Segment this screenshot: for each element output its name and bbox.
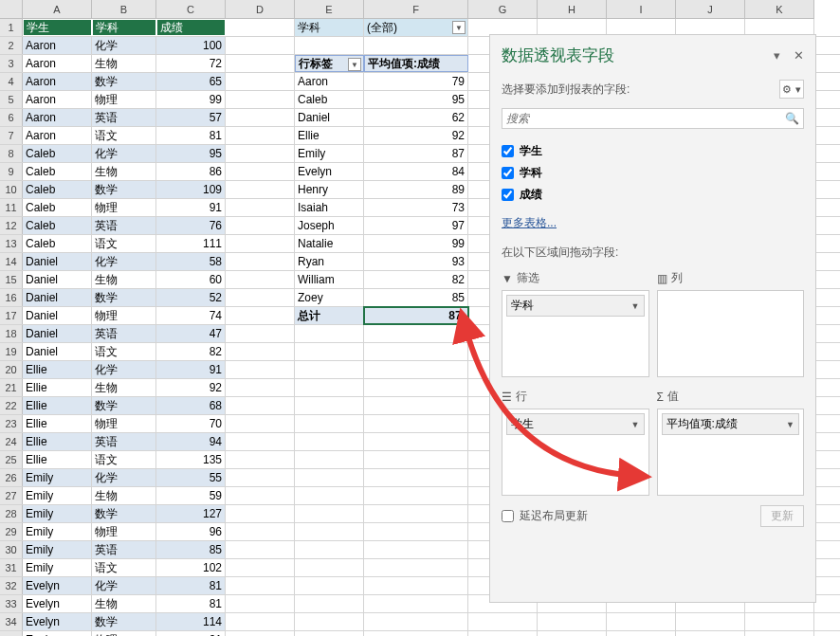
row-header[interactable]: 15 bbox=[0, 271, 23, 288]
cell[interactable]: 68 bbox=[156, 397, 226, 414]
cell[interactable] bbox=[226, 163, 295, 180]
cell[interactable] bbox=[226, 397, 295, 414]
cell[interactable]: Emily bbox=[295, 145, 364, 162]
cell[interactable] bbox=[364, 415, 468, 432]
cell[interactable] bbox=[468, 613, 538, 630]
cell[interactable]: Daniel bbox=[23, 253, 92, 270]
cell[interactable]: 55 bbox=[156, 469, 226, 486]
cell[interactable]: 81 bbox=[156, 127, 226, 144]
cell[interactable]: 物理 bbox=[92, 91, 156, 108]
dropdown-icon[interactable]: ▼ bbox=[348, 58, 361, 71]
cell[interactable]: 97 bbox=[364, 217, 468, 234]
col-header-j[interactable]: J bbox=[676, 0, 745, 19]
cell[interactable]: 语文 bbox=[92, 235, 156, 252]
cell[interactable]: 92 bbox=[364, 127, 468, 144]
cell[interactable] bbox=[226, 379, 295, 396]
cell[interactable] bbox=[364, 397, 468, 414]
cell[interactable]: Emily bbox=[23, 541, 92, 558]
cell[interactable]: William bbox=[295, 271, 364, 288]
row-header[interactable]: 9 bbox=[0, 163, 23, 180]
col-header-a[interactable]: A bbox=[23, 0, 92, 19]
cell[interactable] bbox=[226, 253, 295, 270]
cell[interactable] bbox=[226, 559, 295, 576]
cell[interactable]: 52 bbox=[156, 289, 226, 306]
rows-area-item[interactable]: 学生▼ bbox=[506, 413, 645, 435]
cell[interactable]: 76 bbox=[156, 217, 226, 234]
cell[interactable] bbox=[226, 19, 295, 36]
cell[interactable]: 平均值项:成绩 bbox=[364, 55, 468, 72]
cell[interactable]: 91 bbox=[156, 199, 226, 216]
cell[interactable]: Aaron bbox=[23, 55, 92, 72]
cell[interactable]: 96 bbox=[156, 523, 226, 540]
row-header[interactable]: 4 bbox=[0, 73, 23, 90]
cell[interactable]: 111 bbox=[156, 235, 226, 252]
cell[interactable] bbox=[226, 91, 295, 108]
cell[interactable] bbox=[226, 577, 295, 594]
cell[interactable] bbox=[295, 505, 364, 522]
values-area[interactable]: 平均值项:成绩▼ bbox=[657, 409, 805, 496]
col-header-h[interactable]: H bbox=[538, 0, 607, 19]
cell[interactable]: 82 bbox=[156, 343, 226, 360]
cell[interactable]: Emily bbox=[23, 559, 92, 576]
col-header-d[interactable]: D bbox=[226, 0, 295, 19]
chevron-down-icon[interactable]: ▾ bbox=[774, 48, 780, 63]
cell[interactable]: Ryan bbox=[295, 253, 364, 270]
cell[interactable] bbox=[364, 361, 468, 378]
cell[interactable]: 化学 bbox=[92, 145, 156, 162]
cell[interactable]: 93 bbox=[364, 253, 468, 270]
cell[interactable] bbox=[226, 595, 295, 612]
col-header-c[interactable]: C bbox=[156, 0, 226, 19]
row-header[interactable]: 26 bbox=[0, 469, 23, 486]
cell[interactable] bbox=[364, 343, 468, 360]
row-header[interactable]: 20 bbox=[0, 361, 23, 378]
row-header[interactable]: 6 bbox=[0, 109, 23, 126]
cell[interactable]: (全部)▼ bbox=[364, 19, 468, 36]
cell[interactable]: 数学 bbox=[92, 613, 156, 630]
cell[interactable] bbox=[226, 343, 295, 360]
row-header[interactable]: 30 bbox=[0, 541, 23, 558]
cell[interactable]: Emily bbox=[23, 469, 92, 486]
cell[interactable]: 数学 bbox=[92, 73, 156, 90]
values-area-item[interactable]: 平均值项:成绩▼ bbox=[662, 413, 800, 435]
row-header[interactable]: 1 bbox=[0, 19, 23, 36]
row-header[interactable]: 19 bbox=[0, 343, 23, 360]
row-header[interactable]: 29 bbox=[0, 523, 23, 540]
cell[interactable] bbox=[295, 595, 364, 612]
cell[interactable]: 生物 bbox=[92, 163, 156, 180]
cell[interactable] bbox=[226, 505, 295, 522]
cell[interactable]: Caleb bbox=[23, 181, 92, 198]
cell[interactable]: Emily bbox=[23, 487, 92, 504]
cell[interactable]: 99 bbox=[156, 91, 226, 108]
cell[interactable]: 生物 bbox=[92, 379, 156, 396]
cell[interactable]: Daniel bbox=[23, 307, 92, 324]
cell[interactable] bbox=[364, 577, 468, 594]
cell[interactable] bbox=[295, 37, 364, 54]
cell[interactable] bbox=[364, 433, 468, 450]
row-header[interactable]: 35 bbox=[0, 631, 23, 636]
row-header[interactable]: 3 bbox=[0, 55, 23, 72]
gear-icon[interactable]: ⚙ ▾ bbox=[779, 80, 804, 99]
cell[interactable]: 86 bbox=[156, 163, 226, 180]
cell[interactable] bbox=[364, 523, 468, 540]
cell[interactable]: Caleb bbox=[23, 235, 92, 252]
cell[interactable]: 学生 bbox=[23, 19, 92, 36]
cell[interactable]: 英语 bbox=[92, 109, 156, 126]
row-header[interactable]: 21 bbox=[0, 379, 23, 396]
cell[interactable] bbox=[295, 541, 364, 558]
cell[interactable] bbox=[745, 631, 814, 636]
row-header[interactable]: 7 bbox=[0, 127, 23, 144]
cell[interactable]: 81 bbox=[156, 577, 226, 594]
cell[interactable]: 化学 bbox=[92, 577, 156, 594]
cell[interactable] bbox=[364, 505, 468, 522]
cell[interactable]: Daniel bbox=[295, 109, 364, 126]
cell[interactable] bbox=[226, 127, 295, 144]
cell[interactable] bbox=[295, 469, 364, 486]
col-header-k[interactable]: K bbox=[745, 0, 814, 19]
cell[interactable]: Natalie bbox=[295, 235, 364, 252]
cell[interactable]: 59 bbox=[156, 487, 226, 504]
cell[interactable] bbox=[295, 397, 364, 414]
cell[interactable] bbox=[295, 433, 364, 450]
cell[interactable] bbox=[364, 541, 468, 558]
cell[interactable]: Daniel bbox=[23, 289, 92, 306]
select-all-corner[interactable] bbox=[0, 0, 23, 19]
